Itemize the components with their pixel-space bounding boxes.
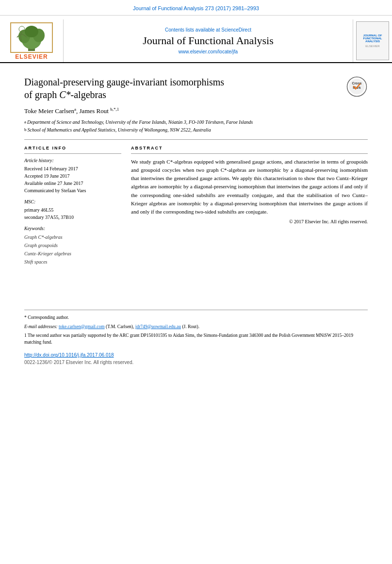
abstract-column: ABSTRACT We study graph C*-algebras equi… [131, 146, 368, 266]
thumb-subtitle: ELSEVIER [365, 45, 379, 48]
article-info-header: ARTICLE INFO [24, 146, 121, 150]
svg-point-4 [25, 26, 38, 37]
doi-link[interactable]: http://dx.doi.org/10.1016/j.jfa.2017.06.… [24, 352, 114, 358]
journal-url[interactable]: www.elsevier.com/locate/jfa [179, 49, 238, 54]
msc-items: primary 46L55 secondary 37A55, 37B10 [24, 206, 121, 221]
keyword-1: Graph C*-algebras [24, 233, 121, 241]
main-content: Diagonal-preserving gauge-invariant isom… [0, 63, 392, 271]
abstract-text: We study graph C*-algebras equipped with… [131, 158, 368, 216]
elsevier-tree-icon [10, 22, 53, 53]
footnote-1: 1 The second author was partially suppor… [24, 332, 368, 346]
article-title-section: Diagonal-preserving gauge-invariant isom… [24, 76, 368, 101]
crossmark-icon: Cross Mark [346, 76, 368, 98]
affiliation-a: a Department of Science and Technology, … [24, 119, 368, 126]
section-divider [24, 139, 368, 140]
col-divider-left [24, 153, 121, 154]
elsevier-logo-block: ELSEVIER [0, 19, 63, 62]
authors-section: Toke Meier Carlsena, James Rout b,*,1 [24, 107, 368, 115]
article-title: Diagonal-preserving gauge-invariant isom… [24, 76, 341, 101]
article-info-column: ARTICLE INFO Article history: Received 1… [24, 146, 121, 266]
keyword-2: Graph groupoids [24, 241, 121, 249]
elsevier-label: ELSEVIER [15, 53, 48, 60]
journal-name-header: Journal of Functional Analysis [143, 34, 273, 47]
footnote-corresponding: * Corresponding author. [24, 314, 368, 321]
header-center: Contents lists available at ScienceDirec… [63, 19, 353, 62]
communicated-by: Communicated by Stefaan Vaes [24, 187, 121, 194]
thumb-journal-title: JOURNAL OFFUNCTIONALANALYSIS [363, 34, 382, 43]
abstract-copyright: © 2017 Elsevier Inc. All rights reserved… [131, 219, 368, 224]
header-section: ELSEVIER Contents lists available at Sci… [0, 16, 392, 63]
keywords-title: Keywords: [24, 226, 121, 231]
journal-citation: Journal of Functional Analysis 273 (2017… [133, 5, 259, 11]
thumb-box: JOURNAL OFFUNCTIONALANALYSIS ELSEVIER [356, 21, 389, 60]
affiliations: a Department of Science and Technology, … [24, 119, 368, 133]
col-divider-right [131, 153, 368, 154]
issn-line: 0022-1236/© 2017 Elsevier Inc. All right… [0, 360, 392, 370]
keyword-4: Shift spaces [24, 258, 121, 266]
footnotes: * Corresponding author. E-mail addresses… [0, 314, 392, 346]
article-history-title: Article history: [24, 158, 121, 163]
sciencedirect-link[interactable]: ScienceDirect [221, 27, 251, 33]
msc-section: MSC: primary 46L55 secondary 37A55, 37B1… [24, 199, 121, 221]
available-date: Available online 27 June 2017 [24, 180, 121, 187]
authors-line: Toke Meier Carlsena, James Rout b,*,1 [24, 107, 368, 115]
article-history-items: Received 14 February 2017 Accepted 19 Ju… [24, 165, 121, 194]
msc-secondary: secondary 37A55, 37B10 [24, 214, 121, 221]
footer-divider [24, 310, 368, 310]
keywords-section: Keywords: Graph C*-algebras Graph groupo… [24, 226, 121, 266]
affiliation-b: b School of Mathematics and Applied Stat… [24, 127, 368, 133]
keywords-list: Graph C*-algebras Graph groupoids Cuntz–… [24, 233, 121, 266]
two-column-section: ARTICLE INFO Article history: Received 1… [24, 146, 368, 266]
footer-area: * Corresponding author. E-mail addresses… [0, 310, 392, 370]
journal-thumbnail: JOURNAL OFFUNCTIONALANALYSIS ELSEVIER [353, 19, 392, 62]
msc-primary: primary 46L55 [24, 206, 121, 214]
keyword-3: Cuntz–Krieger algebras [24, 249, 121, 258]
email-rout[interactable]: jdr749@uowmail.edu.au [135, 324, 181, 329]
crossmark-badge: Cross Mark [346, 76, 368, 98]
email-carlsen[interactable]: toke.carlsen@gmail.com [59, 324, 105, 329]
footnote-emails: E-mail addresses: toke.carlsen@gmail.com… [24, 323, 368, 330]
abstract-header: ABSTRACT [131, 146, 368, 150]
received-date: Received 14 February 2017 [24, 165, 121, 172]
journal-top-bar: Journal of Functional Analysis 273 (2017… [0, 0, 392, 16]
contents-available: Contents lists available at ScienceDirec… [165, 27, 251, 33]
accepted-date: Accepted 19 June 2017 [24, 172, 121, 180]
doi-line: http://dx.doi.org/10.1016/j.jfa.2017.06.… [0, 348, 392, 360]
page: Journal of Functional Analysis 273 (2017… [0, 0, 392, 564]
msc-title: MSC: [24, 199, 121, 204]
